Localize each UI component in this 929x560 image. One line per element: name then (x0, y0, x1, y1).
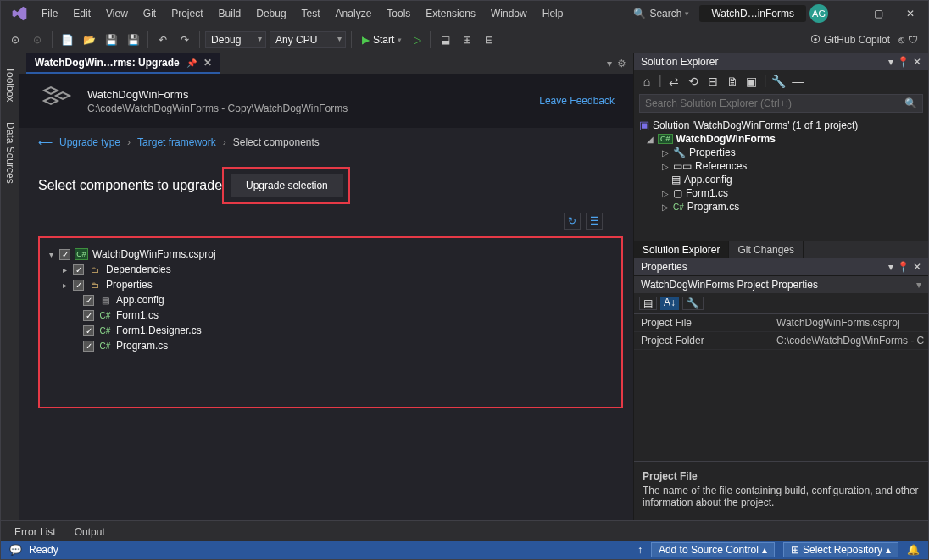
tab-git-changes[interactable]: Git Changes (729, 241, 804, 258)
tree-item-properties[interactable]: Properties (689, 147, 736, 158)
github-copilot-button[interactable]: ⦿ GitHub Copilot ⎋ 🛡 (810, 34, 923, 46)
open-icon[interactable]: 📂 (80, 30, 98, 49)
upgrade-selection-button[interactable]: Upgrade selection (231, 174, 343, 197)
component-tree[interactable]: ▾✓C#WatchDogWinForms.csproj ▸✓🗀Dependenc… (45, 247, 616, 353)
tree-row-program[interactable]: ✓C#Program.cs (45, 338, 616, 353)
close-button[interactable]: ✕ (896, 2, 925, 25)
filter-icon[interactable]: — (790, 74, 805, 89)
search-input[interactable] (645, 97, 904, 109)
back-icon[interactable]: ⊙ (6, 30, 25, 49)
alphabetize-icon[interactable]: A↓ (660, 297, 679, 310)
solution-tree[interactable]: ▣Solution 'WatchDogWinForms' (1 of 1 pro… (634, 114, 928, 217)
pin-icon[interactable]: 📌 (186, 58, 197, 68)
checkbox[interactable]: ✓ (73, 264, 84, 275)
project-node[interactable]: WatchDogWinForms (676, 133, 776, 145)
close-icon[interactable]: ✕ (913, 261, 921, 273)
config-dropdown[interactable]: Debug (205, 31, 266, 48)
platform-dropdown[interactable]: Any CPU (270, 31, 346, 48)
tb-extra3-icon[interactable]: ⊟ (480, 30, 498, 49)
menu-file[interactable]: File (35, 4, 64, 23)
solution-explorer-header[interactable]: Solution Explorer ▾📍✕ (634, 53, 928, 70)
user-avatar[interactable]: AG (809, 4, 828, 23)
menu-test[interactable]: Test (295, 4, 327, 23)
toolbox-tab[interactable]: Toolbox (3, 64, 18, 105)
leave-feedback-link[interactable]: Leave Feedback (539, 95, 615, 107)
checkbox[interactable]: ✓ (83, 341, 94, 352)
expander-icon[interactable]: ▸ (60, 265, 69, 274)
expander-icon[interactable]: ◢ (646, 135, 654, 144)
properties-grid[interactable]: Project FileWatchDogWinForms.csproj Proj… (634, 313, 928, 350)
tree-row-project[interactable]: ▾✓C#WatchDogWinForms.csproj (45, 247, 616, 262)
data-sources-tab[interactable]: Data Sources (3, 119, 18, 187)
output-tab[interactable]: Output (71, 524, 108, 541)
tree-item-appconfig[interactable]: App.config (684, 174, 732, 186)
expander-icon[interactable]: ▾ (47, 250, 55, 259)
error-list-tab[interactable]: Error List (11, 524, 59, 541)
start-button[interactable]: ▶ Start ▾ (357, 32, 407, 47)
tree-row-properties[interactable]: ▸✓🗀Properties (45, 277, 616, 292)
project-selector[interactable]: WatchD…inForms (699, 5, 806, 22)
menu-extensions[interactable]: Extensions (419, 4, 482, 23)
checkbox[interactable]: ✓ (83, 295, 94, 306)
saveall-icon[interactable]: 💾 (124, 30, 142, 49)
menu-edit[interactable]: Edit (66, 4, 97, 23)
pin-icon[interactable]: 📍 (897, 56, 910, 68)
property-value[interactable]: C:\code\WatchDogWinForms - C (770, 332, 928, 349)
crumb-upgrade-type[interactable]: Upgrade type (59, 136, 120, 148)
search-button[interactable]: 🔍 Search ▾ (626, 6, 696, 21)
tab-solution-explorer[interactable]: Solution Explorer (634, 241, 729, 258)
categorize-icon[interactable]: ▤ (639, 297, 657, 310)
close-icon[interactable]: ✕ (913, 56, 921, 68)
back-crumb-icon[interactable]: ⟵ (38, 136, 53, 148)
sync-icon[interactable]: ⟲ (686, 74, 701, 89)
save-icon[interactable]: 💾 (102, 30, 120, 49)
menu-debug[interactable]: Debug (249, 4, 292, 23)
menu-project[interactable]: Project (164, 4, 209, 23)
tab-dropdown-icon[interactable]: ▾ (607, 58, 612, 69)
showall-icon[interactable]: 🗎 (725, 74, 740, 89)
upgrade-tab[interactable]: WatchDogWin…rms: Upgrade 📌 ✕ (26, 53, 220, 74)
select-repository-button[interactable]: ⊞Select Repository▴ (783, 542, 898, 557)
solution-label[interactable]: Solution 'WatchDogWinForms' (1 of 1 proj… (653, 119, 858, 131)
props-wrench-icon[interactable]: 🔧 (682, 297, 704, 310)
new-icon[interactable]: 📄 (58, 30, 76, 49)
maximize-button[interactable]: ▢ (864, 2, 893, 25)
notifications-icon[interactable]: 🔔 (907, 544, 920, 556)
menu-build[interactable]: Build (212, 4, 248, 23)
properties-header[interactable]: Properties ▾📍✕ (634, 258, 928, 275)
dropdown-icon[interactable]: ▾ (888, 261, 893, 273)
admin-icon[interactable]: 🛡 (908, 34, 918, 46)
menu-window[interactable]: Window (484, 4, 534, 23)
start-no-debug-icon[interactable]: ▷ (410, 34, 425, 46)
undo-icon[interactable]: ↶ (153, 30, 172, 49)
property-value[interactable]: WatchDogWinForms.csproj (770, 314, 928, 331)
tree-row-form1designer[interactable]: ✓C#Form1.Designer.cs (45, 323, 616, 338)
tb-extra1-icon[interactable]: ⬓ (436, 30, 454, 49)
menu-view[interactable]: View (99, 4, 135, 23)
expander-icon[interactable]: ▷ (661, 202, 670, 212)
tree-item-form1[interactable]: Form1.cs (686, 187, 728, 199)
solution-explorer-search[interactable]: 🔍 (639, 94, 923, 113)
checkbox[interactable]: ✓ (83, 325, 94, 336)
gear-icon[interactable]: ⚙ (617, 58, 626, 69)
add-source-control-button[interactable]: Add to Source Control▴ (651, 542, 775, 557)
expander-icon[interactable]: ▸ (60, 280, 69, 290)
crumb-target-framework[interactable]: Target framework (137, 136, 216, 148)
tb-extra2-icon[interactable]: ⊞ (458, 30, 476, 49)
checkbox[interactable]: ✓ (73, 280, 84, 291)
checkbox[interactable]: ✓ (83, 310, 94, 321)
preview-icon[interactable]: ▣ (744, 74, 759, 89)
switch-icon[interactable]: ⇄ (666, 74, 681, 89)
list-icon[interactable]: ☰ (586, 213, 603, 230)
menu-git[interactable]: Git (136, 4, 163, 23)
minimize-button[interactable]: ─ (832, 2, 860, 25)
redo-icon[interactable]: ↷ (175, 30, 194, 49)
pin-icon[interactable]: 📍 (897, 261, 910, 273)
expander-icon[interactable]: ▷ (661, 148, 670, 158)
share-icon[interactable]: ⎋ (898, 34, 904, 46)
messages-icon[interactable]: 💬 (9, 544, 22, 556)
forward-icon[interactable]: ⊙ (28, 30, 47, 49)
menu-analyze[interactable]: Analyze (329, 4, 379, 23)
menu-tools[interactable]: Tools (380, 4, 417, 23)
expander-icon[interactable]: ▷ (661, 162, 670, 171)
